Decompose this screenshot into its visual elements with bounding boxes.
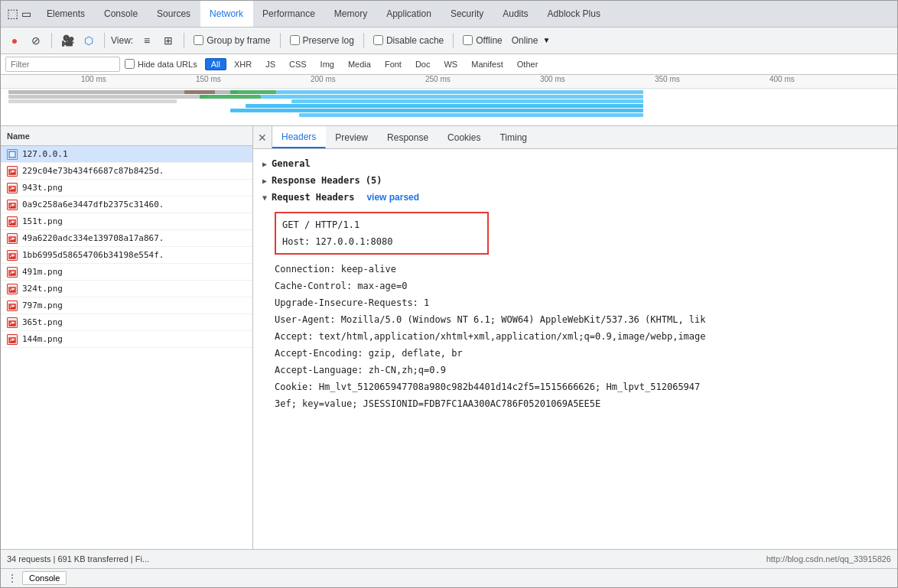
file-item[interactable]: 127.0.0.1 <box>1 146 252 163</box>
file-item[interactable]: 151t.png <box>1 213 252 230</box>
cursor-icon[interactable]: ⬚ <box>7 6 18 21</box>
group-by-frame-check[interactable]: Group by frame <box>194 35 270 46</box>
view-list-button[interactable]: ≡ <box>138 31 156 50</box>
tab-sources[interactable]: Sources <box>148 1 200 27</box>
toolbar-separator-1 <box>51 33 52 48</box>
toolbar-separator-5 <box>363 33 364 48</box>
file-item[interactable]: 0a9c258a6e3447dfb2375c31460. <box>1 197 252 213</box>
request-raw-box: GET / HTTP/1.1 Host: 127.0.0.1:8080 <box>275 212 489 255</box>
camera-button[interactable]: 🎥 <box>58 31 76 50</box>
network-toolbar: ● ⊘ 🎥 ⬡ View: ≡ ⊞ Group by frame Preserv… <box>1 28 897 54</box>
panel-tab-preview[interactable]: Preview <box>326 126 378 148</box>
request-headers-body: GET / HTTP/1.1 Host: 127.0.0.1:8080 Conn… <box>262 206 888 415</box>
file-item[interactable]: 491m.png <box>1 264 252 281</box>
file-item[interactable]: 1bb6995d58654706b34198e554f. <box>1 247 252 264</box>
timeline-bar-green <box>230 90 276 94</box>
panel-tab-timing[interactable]: Timing <box>490 126 537 148</box>
header-line: Cache-Control: max-age=0 <box>275 278 888 294</box>
filter-btn-xhr[interactable]: XHR <box>228 58 258 70</box>
header-line: Connection: keep-alive <box>275 261 888 278</box>
offline-check[interactable]: Offline <box>463 35 502 46</box>
hide-data-urls-check[interactable]: Hide data URLs <box>125 59 197 69</box>
response-headers-section-header[interactable]: ▶ Response Headers (5) <box>262 172 888 189</box>
file-name: 365t.png <box>22 317 246 327</box>
disable-cache-label: Disable cache <box>386 35 444 46</box>
filter-btn-all[interactable]: All <box>205 58 226 70</box>
svg-point-18 <box>10 305 11 307</box>
panel-tab-headers[interactable]: Headers <box>272 126 326 148</box>
preserve-log-input[interactable] <box>290 35 300 45</box>
filter-btn-doc[interactable]: Doc <box>409 58 437 70</box>
filter-btn-manifest[interactable]: Manifest <box>465 58 509 70</box>
ruler-300ms: 300 ms <box>540 75 565 83</box>
file-name: 797m.png <box>22 300 246 310</box>
timeline-area: 100 ms 150 ms 200 ms 250 ms 300 ms 350 m… <box>1 75 897 127</box>
svg-point-8 <box>10 221 11 223</box>
tab-console[interactable]: Console <box>95 1 148 27</box>
dropdown-icon[interactable]: ▼ <box>542 36 550 44</box>
filter-input[interactable] <box>5 57 120 72</box>
response-headers-section-title: Response Headers (5) <box>272 175 382 186</box>
svg-point-22 <box>10 339 11 340</box>
view-waterfall-button[interactable]: ⊞ <box>159 31 177 50</box>
ruler-200ms: 200 ms <box>311 75 336 83</box>
hide-data-urls-input[interactable] <box>125 59 135 69</box>
file-item[interactable]: 229c04e73b434f6687c87b8425d. <box>1 163 252 180</box>
file-item[interactable]: 144m.png <box>1 331 252 348</box>
view-parsed-link[interactable]: view parsed <box>366 192 419 203</box>
file-item[interactable]: 943t.png <box>1 180 252 197</box>
filter-btn-other[interactable]: Other <box>511 58 545 70</box>
file-item[interactable]: 797m.png <box>1 297 252 314</box>
tab-security[interactable]: Security <box>441 1 493 27</box>
header-line: 3ef; key=value; JSESSIONID=FDB7FC1AA300A… <box>275 395 888 412</box>
filter-btn-font[interactable]: Font <box>379 58 408 70</box>
tab-icons: ⬚ ▭ <box>1 1 37 27</box>
timeline-bar-blue <box>299 113 643 117</box>
disable-cache-input[interactable] <box>373 35 383 45</box>
panel-tab-response[interactable]: Response <box>378 126 438 148</box>
request-headers-section-header[interactable]: ▼ Request Headers view parsed <box>262 189 888 206</box>
filter-button[interactable]: ⬡ <box>80 31 98 50</box>
group-by-frame-label: Group by frame <box>207 35 270 46</box>
request-headers-arrow-icon: ▼ <box>262 193 267 202</box>
mobile-icon[interactable]: ▭ <box>21 8 31 20</box>
file-item[interactable]: 365t.png <box>1 314 252 331</box>
panel-close-button[interactable]: ✕ <box>253 126 272 148</box>
timeline-bar-brown <box>184 90 215 94</box>
timeline-bar <box>8 99 177 103</box>
preserve-log-check[interactable]: Preserve log <box>290 35 354 46</box>
clear-button[interactable]: ⊘ <box>27 31 45 50</box>
group-by-frame-input[interactable] <box>194 35 203 45</box>
file-item[interactable]: 324t.png <box>1 281 252 297</box>
panel-tabs: ✕ Headers Preview Response Cookies Timin… <box>253 126 897 149</box>
header-line: Accept-Encoding: gzip, deflate, br <box>275 345 888 362</box>
tab-memory[interactable]: Memory <box>325 1 377 27</box>
filter-btn-css[interactable]: CSS <box>283 58 313 70</box>
tab-elements[interactable]: Elements <box>37 1 95 27</box>
tab-adblock[interactable]: Adblock Plus <box>538 1 610 27</box>
offline-input[interactable] <box>463 35 473 45</box>
file-name: 229c04e73b434f6687c87b8425d. <box>22 166 246 176</box>
image-file-icon <box>7 250 18 261</box>
image-file-icon <box>7 216 18 227</box>
panel-tab-cookies[interactable]: Cookies <box>438 126 490 148</box>
filter-btn-ws[interactable]: WS <box>438 58 464 70</box>
filter-btn-js[interactable]: JS <box>259 58 281 70</box>
filter-btn-media[interactable]: Media <box>342 58 377 70</box>
console-button[interactable]: Console <box>22 571 67 585</box>
general-section-header[interactable]: ▶ General <box>262 155 888 172</box>
tab-network[interactable]: Network <box>200 1 253 27</box>
tab-application[interactable]: Application <box>377 1 441 27</box>
tab-audits[interactable]: Audits <box>493 1 538 27</box>
record-button[interactable]: ● <box>5 31 24 50</box>
header-line: Upgrade-Insecure-Requests: 1 <box>275 294 888 311</box>
disable-cache-check[interactable]: Disable cache <box>373 35 444 46</box>
image-file-icon <box>7 200 18 210</box>
file-list: Name 127.0.0.1229c04e73b434f6687c87b8425… <box>1 126 253 549</box>
file-item[interactable]: 49a6220adc334e139708a17a867. <box>1 230 252 247</box>
ruler-100ms: 100 ms <box>81 75 106 83</box>
header-lines: Connection: keep-aliveCache-Control: max… <box>275 261 888 412</box>
tab-performance[interactable]: Performance <box>253 1 325 27</box>
filter-btn-img[interactable]: Img <box>314 58 340 70</box>
file-list-header: Name <box>1 126 252 146</box>
